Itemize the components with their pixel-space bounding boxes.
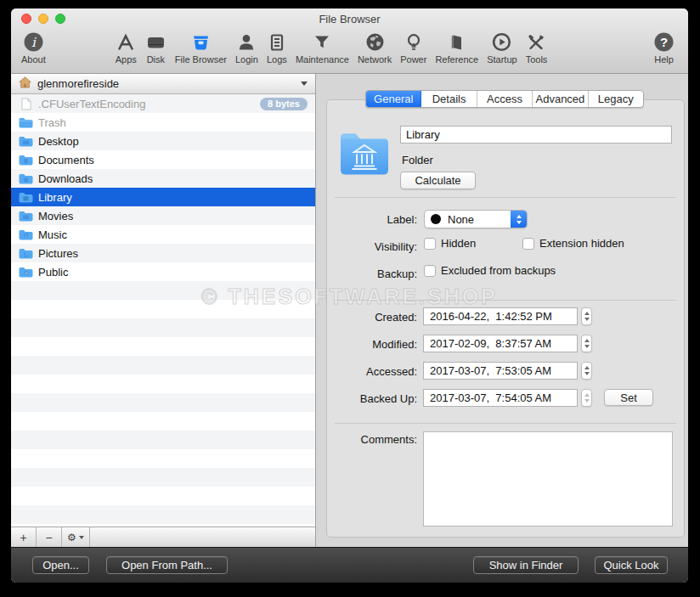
toolbar-item-file-browser[interactable]: File Browser — [172, 29, 230, 66]
backed-up-stepper[interactable] — [581, 389, 592, 407]
toolbar-item-login[interactable]: Login — [232, 29, 262, 66]
power-icon — [404, 31, 424, 54]
reference-icon — [447, 31, 467, 54]
comments-textarea[interactable] — [423, 431, 673, 527]
list-item-trash[interactable]: Trash — [11, 113, 315, 132]
list-item-label: Library — [38, 191, 72, 204]
extension-hidden-checkbox-label: Extension hidden — [539, 237, 624, 250]
created-stepper[interactable] — [581, 307, 592, 325]
excluded-checkbox-label: Excluded from backups — [441, 264, 556, 277]
show-in-finder-button[interactable]: Show in Finder — [473, 556, 579, 574]
list-item-label: .CFUserTextEncoding — [38, 98, 145, 110]
set-button[interactable]: Set — [604, 389, 653, 406]
accessed-date-field[interactable]: 2017-03-07, 7:53:05 AM — [423, 362, 578, 380]
folder-icon — [19, 248, 33, 259]
tab-access[interactable]: Access — [477, 91, 533, 107]
label-color-dot — [431, 214, 441, 224]
chevron-down-icon — [79, 536, 84, 539]
accessed-stepper[interactable] — [581, 362, 592, 380]
tab-general[interactable]: General — [366, 91, 421, 107]
help-icon: ? — [653, 31, 675, 54]
folder-icon — [19, 267, 33, 278]
toolbar: i About Apps Disk File Brow — [11, 26, 688, 73]
toolbar-item-about[interactable]: i About — [18, 29, 49, 66]
title-bar[interactable]: File Browser — [11, 8, 688, 26]
label-field-label: Label: — [327, 213, 417, 226]
toolbar-item-maintenance[interactable]: Maintenance — [292, 29, 353, 66]
apps-icon — [116, 31, 136, 54]
hidden-checkbox[interactable] — [424, 238, 436, 250]
library-folder-icon — [339, 127, 390, 183]
sidebar-footer: + − ⚙ — [11, 527, 315, 547]
label-popup-value: None — [448, 213, 474, 226]
calculate-button[interactable]: Calculate — [400, 172, 476, 189]
file-list[interactable]: .CFUserTextEncoding 8 bytes Trash Deskto… — [11, 94, 315, 527]
folder-icon — [19, 136, 33, 147]
modified-stepper[interactable] — [581, 335, 592, 352]
toolbar-item-reference[interactable]: Reference — [432, 29, 482, 66]
window-title: File Browser — [11, 13, 688, 25]
quick-look-button[interactable]: Quick Look — [595, 556, 668, 574]
location-label: glenmorefireside — [37, 77, 119, 90]
folder-icon — [19, 211, 33, 222]
startup-icon — [491, 31, 512, 54]
open-from-path-button[interactable]: Open From Path... — [106, 556, 228, 574]
modified-label: Modified: — [327, 338, 417, 351]
toolbar-item-logs[interactable]: Logs — [263, 29, 291, 66]
excluded-from-backups-checkbox[interactable] — [424, 265, 436, 277]
location-popup[interactable]: glenmorefireside — [11, 74, 315, 94]
label-popup[interactable]: None — [424, 210, 528, 228]
popup-arrows-icon — [511, 211, 527, 228]
folder-icon — [19, 155, 33, 166]
divider — [335, 423, 676, 424]
folder-icon — [19, 229, 33, 240]
list-item-desktop[interactable]: Desktop — [11, 132, 315, 150]
bottom-bar: Open... Open From Path... Show in Finder… — [11, 547, 688, 583]
created-date-field[interactable]: 2016-04-22, 1:42:52 PM — [423, 307, 578, 325]
item-name-field[interactable] — [400, 126, 672, 144]
remove-button[interactable]: − — [37, 527, 62, 547]
list-item-pictures[interactable]: Pictures — [11, 244, 315, 262]
accessed-label: Accessed: — [327, 365, 417, 378]
login-icon — [236, 31, 257, 54]
list-item-documents[interactable]: Documents — [11, 150, 315, 169]
tab-bar: General Details Access Advanced Legacy — [365, 90, 644, 108]
add-button[interactable]: + — [11, 527, 37, 547]
toolbar-item-startup[interactable]: Startup — [483, 29, 520, 66]
action-menu-button[interactable]: ⚙ — [62, 527, 90, 547]
toolbar-item-network[interactable]: Network — [354, 29, 395, 66]
backed-up-date-field[interactable]: 2017-03-07, 7:54:05 AM — [423, 389, 578, 407]
list-item-music[interactable]: Music — [11, 225, 315, 244]
visibility-field-label: Visibility: — [327, 240, 417, 253]
toolbar-item-disk[interactable]: Disk — [142, 29, 170, 66]
list-item-movies[interactable]: Movies — [11, 206, 315, 225]
tab-details[interactable]: Details — [421, 91, 477, 107]
network-icon — [364, 31, 386, 54]
list-item-cfusertextencoding[interactable]: .CFUserTextEncoding 8 bytes — [11, 94, 315, 113]
comments-label: Comments: — [327, 433, 417, 446]
modified-date-field[interactable]: 2017-02-09, 8:37:57 AM — [423, 335, 578, 352]
list-item-library[interactable]: Library — [11, 188, 315, 206]
toolbar-item-apps[interactable]: Apps — [112, 29, 140, 66]
extension-hidden-checkbox[interactable] — [522, 238, 534, 250]
about-icon: i — [23, 31, 44, 54]
open-button[interactable]: Open... — [32, 556, 89, 574]
folder-icon — [19, 117, 33, 128]
divider — [335, 300, 676, 301]
home-icon — [19, 76, 31, 91]
list-item-label: Downloads — [38, 172, 93, 185]
list-item-downloads[interactable]: Downloads — [11, 169, 315, 188]
list-item-label: Trash — [38, 116, 66, 129]
tab-advanced[interactable]: Advanced — [533, 91, 588, 107]
list-item-public[interactable]: Public — [11, 262, 315, 281]
toolbar-item-tools[interactable]: Tools — [522, 29, 551, 66]
backed-up-label: Backed Up: — [327, 392, 417, 405]
list-item-label: Movies — [38, 210, 73, 222]
toolbar-item-power[interactable]: Power — [397, 29, 430, 66]
toolbar-item-help[interactable]: ? Help — [650, 29, 678, 66]
tab-legacy[interactable]: Legacy — [589, 91, 643, 107]
hidden-checkbox-row: Hidden — [424, 237, 476, 250]
logs-icon — [267, 31, 287, 54]
folder-icon — [19, 192, 33, 203]
chevron-down-icon — [301, 82, 308, 86]
